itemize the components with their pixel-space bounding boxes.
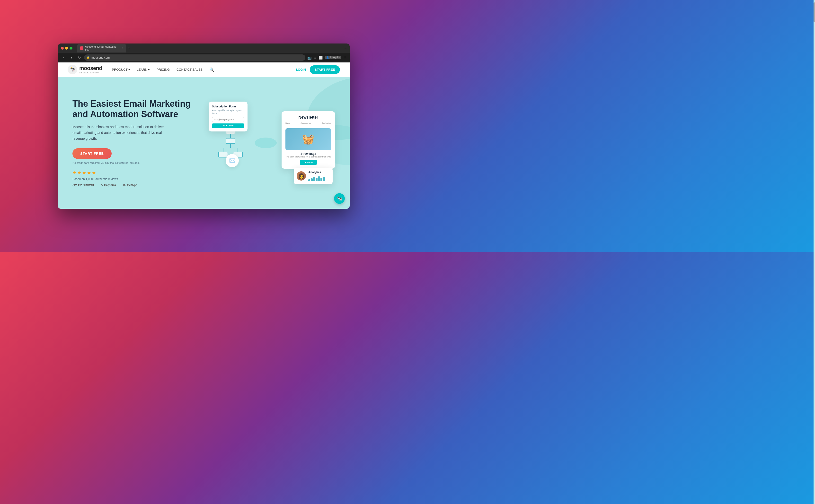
hero-description: Moosend is the simplest and most modern … xyxy=(72,124,170,141)
site-nav: 🐄 moosend a Sitecore company PRODUCT ▾ L… xyxy=(58,62,349,77)
review-badges: G2 G2 CROWD ▷ Capterra ≫ GetApp xyxy=(72,183,194,187)
newsletter-tab-bags[interactable]: Bags xyxy=(285,122,290,124)
hero-content: The Easiest Email Marketing and Automati… xyxy=(72,98,194,187)
nav-links: PRODUCT ▾ LEARN ▾ PRICING CONTACT SALES … xyxy=(112,67,296,72)
learn-chevron-icon: ▾ xyxy=(148,68,150,71)
analytics-content: Analytics xyxy=(308,171,330,181)
nav-pricing[interactable]: PRICING xyxy=(157,68,170,71)
bar-2 xyxy=(311,178,313,181)
start-free-nav-button[interactable]: START FREE xyxy=(310,65,340,74)
reader-mode-icon[interactable]: ⬜ xyxy=(318,56,323,60)
sub-form-title: Subscription Form xyxy=(212,105,244,108)
hero-note: No credit card required, 30-day trial al… xyxy=(72,161,194,164)
url-text: moosend.com xyxy=(91,56,110,59)
oval-decoration xyxy=(255,138,277,148)
browser-actions: 📺 ☆ ⬜ 👤 Incognito ⋮ xyxy=(307,56,347,60)
nav-contact-sales[interactable]: CONTACT SALES xyxy=(176,68,202,71)
subscribe-button[interactable]: SUBSCRIBE xyxy=(212,123,244,128)
lock-icon: 🔒 xyxy=(87,56,90,59)
bookmark-icon[interactable]: ☆ xyxy=(313,56,316,60)
capterra-label: Capterra xyxy=(104,183,116,187)
getapp-badge: ≫ GetApp xyxy=(123,183,137,187)
nav-product[interactable]: PRODUCT ▾ xyxy=(112,68,130,71)
incognito-label: Incognito xyxy=(330,56,340,59)
flow-line-2 xyxy=(230,144,231,148)
logo-text: moosend xyxy=(79,65,102,71)
flow-diagram xyxy=(218,128,243,157)
hero-illustration: Subscription Form Amazing offers straigh… xyxy=(194,97,335,189)
star-1: ★ xyxy=(72,170,76,175)
svg-text:🐄: 🐄 xyxy=(70,66,76,72)
star-5: ★ xyxy=(92,170,96,175)
incognito-avatar: 👤 xyxy=(326,56,329,59)
close-button[interactable] xyxy=(61,47,64,50)
tab-list-chevron[interactable]: ⌄ xyxy=(344,46,347,50)
sub-form-email-input[interactable] xyxy=(212,117,244,122)
flow-line-1 xyxy=(230,134,231,138)
newsletter-product-sub: The best straw bags for a perfect summer… xyxy=(285,156,331,158)
flow-line-4 xyxy=(237,148,238,152)
bar-3 xyxy=(313,177,315,181)
g2-icon: G2 xyxy=(72,183,77,187)
getapp-label: GetApp xyxy=(127,183,137,187)
start-free-hero-button[interactable]: START FREE xyxy=(72,148,112,159)
bar-5 xyxy=(318,176,320,181)
analytics-title: Analytics xyxy=(308,171,330,174)
chat-icon: 🐄 xyxy=(336,196,342,201)
fullscreen-button[interactable] xyxy=(70,47,72,50)
star-3: ★ xyxy=(82,170,86,175)
analytics-card: 👩 Analytics xyxy=(294,168,332,184)
flow-node-3 xyxy=(218,152,228,157)
minimize-button[interactable] xyxy=(65,47,68,50)
refresh-button[interactable]: ↻ xyxy=(76,55,82,60)
hero-section: The Easiest Email Marketing and Automati… xyxy=(58,77,349,209)
search-icon[interactable]: 🔍 xyxy=(209,67,214,72)
reviews-row: Based on 1,000+ authentic reviews xyxy=(72,177,194,181)
flow-line-3 xyxy=(223,148,223,152)
browser-toolbar: ‹ › ↻ 🔒 moosend.com 📺 ☆ ⬜ 👤 Incognito ⋮ xyxy=(58,53,349,62)
g2-label: G2 CROWD xyxy=(78,183,94,187)
hero-title: The Easiest Email Marketing and Automati… xyxy=(72,98,194,119)
getapp-icon: ≫ xyxy=(123,183,126,187)
newsletter-tab-accessories[interactable]: Accessories xyxy=(300,122,311,124)
star-2: ★ xyxy=(77,170,81,175)
forward-button[interactable]: › xyxy=(69,55,74,60)
star-4: ★ xyxy=(87,170,91,175)
newsletter-tab-contact[interactable]: Contact us xyxy=(322,122,331,124)
active-tab[interactable]: Moosend: Email Marketing So... × xyxy=(77,44,126,52)
nav-learn[interactable]: LEARN ▾ xyxy=(137,68,150,71)
reviews-text: Based on 1,000+ authentic reviews xyxy=(72,177,118,181)
login-button[interactable]: LOGIN xyxy=(296,68,306,71)
bar-7 xyxy=(323,177,325,181)
incognito-badge: 👤 Incognito xyxy=(324,56,341,59)
stars-row: ★ ★ ★ ★ ★ xyxy=(72,170,194,175)
tab-title: Moosend: Email Marketing So... xyxy=(85,45,119,51)
website-content: 🐄 moosend a Sitecore company PRODUCT ▾ L… xyxy=(58,62,349,209)
address-bar[interactable]: 🔒 moosend.com xyxy=(84,54,305,61)
flow-node-2 xyxy=(226,138,235,144)
tab-close-btn[interactable]: × xyxy=(122,47,123,49)
newsletter-product-name: Straw bags xyxy=(285,152,331,156)
moosend-logo-icon: 🐄 xyxy=(68,65,77,74)
cast-icon[interactable]: 📺 xyxy=(307,56,311,60)
browser-tabs: Moosend: Email Marketing So... × + xyxy=(77,44,342,52)
email-icon: ✉️ xyxy=(229,157,236,164)
sub-form-subtitle: Amazing offers straight to your inbox ! xyxy=(212,109,244,115)
new-tab-button[interactable]: + xyxy=(128,45,131,51)
logo-text-area: moosend a Sitecore company xyxy=(79,65,102,74)
newsletter-product-image: 🧺 xyxy=(285,128,331,150)
basket-icon: 🧺 xyxy=(302,133,314,145)
browser-titlebar: Moosend: Email Marketing So... × + ⌄ xyxy=(58,43,349,53)
back-button[interactable]: ‹ xyxy=(61,55,67,60)
newsletter-card: Newsletter Bags Accessories Contact us 🧺… xyxy=(281,111,335,169)
chat-support-button[interactable]: 🐄 xyxy=(334,193,345,204)
logo-area[interactable]: 🐄 moosend a Sitecore company xyxy=(68,65,102,74)
capterra-badge: ▷ Capterra xyxy=(101,183,116,187)
subscription-form-card: Subscription Form Amazing offers straigh… xyxy=(209,102,247,131)
analytics-bar-chart xyxy=(308,175,330,181)
buy-now-button[interactable]: Buy Now xyxy=(300,160,317,165)
newsletter-tabs: Bags Accessories Contact us xyxy=(285,122,331,126)
more-options-icon[interactable]: ⋮ xyxy=(343,56,347,60)
g2-badge: G2 G2 CROWD xyxy=(72,183,94,187)
analytics-avatar: 👩 xyxy=(297,171,306,181)
